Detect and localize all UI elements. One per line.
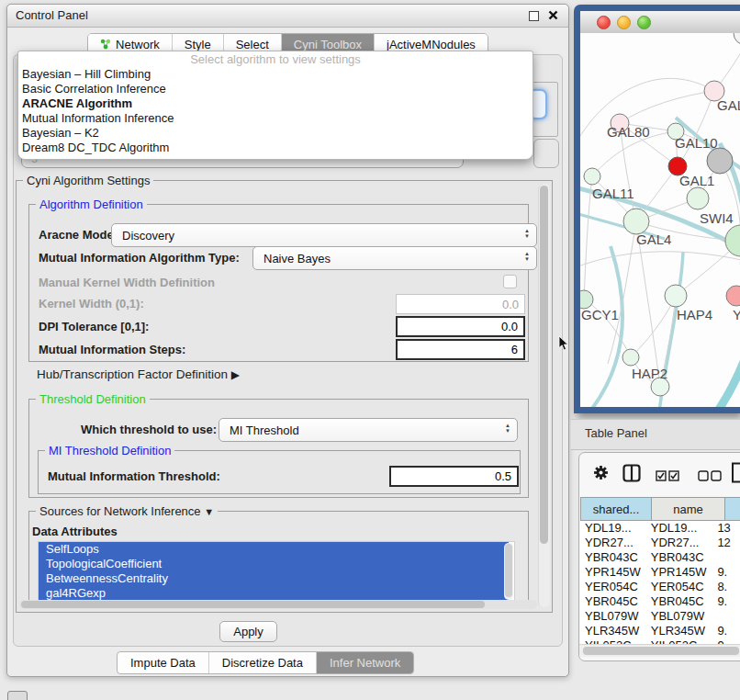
float-window-icon[interactable] <box>529 11 539 21</box>
list-item[interactable]: BetweennessCentrality <box>39 571 509 586</box>
scrollbar-thumb[interactable] <box>583 647 739 655</box>
close-traffic-light-icon[interactable] <box>597 16 611 29</box>
tab-infer-network[interactable]: Infer Network <box>316 652 413 673</box>
table-row[interactable]: YLR345WYLR345W9. <box>580 624 740 638</box>
table-panel-titlebar: Table Panel <box>571 419 740 450</box>
table-cell[interactable]: 12 <box>712 536 740 550</box>
network-node-big-green[interactable] <box>725 225 740 256</box>
table-cell[interactable]: YLR345W <box>580 624 645 638</box>
scrollbar-thumb[interactable] <box>21 601 485 608</box>
list-item[interactable]: SelfLoops <box>39 542 509 557</box>
table-cell[interactable]: YLR345W <box>645 624 712 638</box>
node-label: GAL80 <box>607 124 650 140</box>
close-icon[interactable] <box>548 10 558 20</box>
table-row[interactable]: YER054CYER054C8. <box>580 580 740 594</box>
combobox-value: Naive Bayes <box>263 252 331 265</box>
table-cell[interactable]: YDR27... <box>580 536 645 550</box>
algorithm-option-selected[interactable]: ARACNE Algorithm <box>18 96 533 111</box>
column-header-name[interactable]: name <box>652 497 725 521</box>
groupbox-fragment <box>533 139 559 168</box>
minimize-traffic-light-icon[interactable] <box>617 16 631 29</box>
table-horizontal-scrollbar[interactable] <box>579 644 740 657</box>
table-cell[interactable]: YBL079W <box>580 609 645 624</box>
table-cell[interactable]: YBR045C <box>580 594 645 609</box>
network-node-gal11[interactable] <box>584 168 600 185</box>
columns-icon[interactable] <box>622 464 641 482</box>
aracne-mode-combobox[interactable]: Discovery ▲▼ <box>111 223 537 247</box>
document-icon[interactable] <box>731 462 740 483</box>
table-cell[interactable]: YBR043C <box>645 550 712 565</box>
list-item[interactable]: TopologicalCoefficient <box>39 557 509 571</box>
panel-corner-button[interactable] <box>7 691 28 700</box>
algorithm-option[interactable]: Dream8 DC_TDC Algorithm <box>18 141 533 155</box>
table-cell[interactable]: 9. <box>712 565 740 580</box>
hub-definition-expander[interactable]: Hub/Transcription Factor Definition ▶ <box>37 367 240 381</box>
table-cell[interactable]: YPR145W <box>645 565 712 580</box>
table-cell[interactable]: YBL079W <box>645 609 712 624</box>
threshold-definition-group: Threshold Definition Which threshold to … <box>28 399 529 498</box>
table-row[interactable]: YBR045CYBR045C9. <box>580 594 740 609</box>
table-cell[interactable]: YDL19... <box>580 521 645 536</box>
tab-discretize-data[interactable]: Discretize Data <box>208 652 316 673</box>
settings-horizontal-scrollbar[interactable] <box>19 600 537 609</box>
scrollbar-thumb[interactable] <box>540 186 548 544</box>
table-row[interactable]: YPR145WYPR145W9. <box>580 565 740 580</box>
algorithm-option[interactable]: Bayesian – K2 <box>18 126 533 141</box>
network-canvas[interactable]: GAL GAL80 GAL10 GAL1 GAL11 SWI4 GAL4 GCY… <box>580 33 740 407</box>
network-node-gray[interactable] <box>707 148 733 174</box>
network-node[interactable] <box>734 33 740 45</box>
unchecked-boxes-icon[interactable] <box>698 470 722 481</box>
settings-vertical-scrollbar[interactable] <box>538 184 550 607</box>
checked-boxes-icon[interactable] <box>656 470 679 481</box>
table-row[interactable]: YDL19...YDL19...13 <box>580 521 740 536</box>
zoom-traffic-light-icon[interactable] <box>637 16 651 29</box>
node-label: HAP2 <box>632 366 667 381</box>
mi-threshold-input[interactable] <box>389 466 519 487</box>
algorithm-option[interactable]: Bayesian – Hill Climbing <box>18 67 533 82</box>
network-window-titlebar[interactable] <box>580 11 740 34</box>
table-cell[interactable]: 9. <box>712 624 740 638</box>
table-cell[interactable]: YBR043C <box>580 550 645 565</box>
apply-button[interactable]: Apply <box>219 621 277 642</box>
mouse-cursor <box>558 336 569 352</box>
mi-algorithm-type-combobox[interactable]: Naive Bayes ▲▼ <box>252 246 537 270</box>
table-cell[interactable]: YDL19... <box>645 521 712 536</box>
network-node-salmon[interactable] <box>726 286 740 306</box>
table-cell[interactable]: YBR045C <box>645 594 712 609</box>
column-header-shared[interactable]: shared... <box>580 497 652 521</box>
network-node-gal4[interactable] <box>623 209 649 234</box>
network-node-hap4[interactable] <box>665 285 687 307</box>
tab-impute-data[interactable]: Impute Data <box>118 652 208 673</box>
table-row[interactable]: YBL079WYBL079W <box>580 609 740 624</box>
which-threshold-combobox[interactable]: MI Threshold ▲▼ <box>219 418 518 442</box>
table-cell[interactable]: YER054C <box>645 580 712 594</box>
network-node-gal1[interactable] <box>687 187 709 209</box>
table-cell[interactable]: 13 <box>712 521 740 536</box>
table-cell[interactable]: 8. <box>712 580 740 594</box>
table-cell[interactable] <box>712 609 740 624</box>
table-cell[interactable]: YPR145W <box>580 565 645 580</box>
node-label: GAL1 <box>679 173 714 188</box>
tab-label: jActiveMNodules <box>387 38 476 51</box>
sources-group-title[interactable]: Sources for Network Inference ▼ <box>36 504 218 518</box>
list-item[interactable]: gal4RGexp <box>39 586 509 601</box>
mi-steps-input[interactable] <box>396 339 525 360</box>
table-cell[interactable] <box>712 550 740 565</box>
data-attributes-label: Data Attributes <box>32 525 118 538</box>
column-header-partial[interactable] <box>725 497 740 521</box>
table-row[interactable]: YDR27...YDR27...12 <box>580 536 740 550</box>
window-title: Control Panel <box>16 8 88 22</box>
table-row[interactable]: YBR043CYBR043C <box>580 550 740 565</box>
network-node-hap2[interactable] <box>622 349 639 366</box>
control-panel-titlebar[interactable]: Control Panel <box>7 5 568 28</box>
scrollbar-thumb[interactable] <box>505 544 512 597</box>
list-vertical-scrollbar[interactable] <box>504 543 513 600</box>
table-cell[interactable]: 9. <box>712 594 740 609</box>
table-cell[interactable]: YDR27... <box>645 536 712 550</box>
dpi-tolerance-input[interactable] <box>396 316 525 337</box>
table-cell[interactable]: YER054C <box>580 580 645 594</box>
network-node-gcy1[interactable] <box>580 290 593 309</box>
algorithm-option[interactable]: Basic Correlation Inference <box>18 82 533 96</box>
algorithm-option[interactable]: Mutual Information Inference <box>18 111 533 126</box>
gear-icon[interactable] <box>593 465 609 480</box>
